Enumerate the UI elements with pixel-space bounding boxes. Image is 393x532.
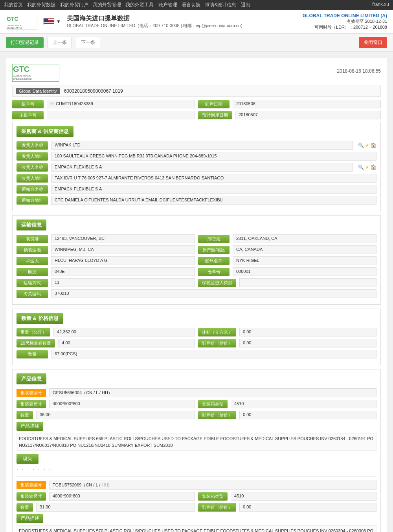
prev-button-top[interactable]: 上一条 xyxy=(48,37,72,48)
container2-price-label: 到岸价（估价） xyxy=(198,503,236,512)
voyage-field: 航次 048E xyxy=(17,267,195,276)
container20-field: 20尺标准箱数量 4.00 xyxy=(17,339,195,347)
loading-port-field: 装货港 12493, VANCOUVER, BC xyxy=(17,234,195,243)
nav-trade-data[interactable]: 我的外贸数据 xyxy=(27,2,55,7)
search-icon-shipper[interactable]: 🔍 xyxy=(358,143,364,148)
carrier-field: 承运人 HLCU, HAPAG-LLOYD A G xyxy=(17,256,195,265)
container2-no-field: 集装箱编号 TGBU5752069（CN / L / HH） xyxy=(17,481,376,490)
quantity-section-title: 数量 & 价格信息 xyxy=(17,313,63,324)
container20-value: 4.00 xyxy=(58,339,195,347)
home-icon-consignee[interactable]: 🏠 xyxy=(371,165,376,170)
pre-transport-field: 预装运地 WINNIPEG, MB, CA xyxy=(17,245,195,254)
container2-size-value: 4000*900*800 xyxy=(49,492,195,501)
card-header: GTC GLOBAL TRADE ONLINE LIMITED 2018-08-… xyxy=(12,64,381,82)
nav-account[interactable]: 账户管理 xyxy=(158,2,177,7)
container2-price-value: 0.00 xyxy=(239,503,376,512)
home-icon-shipper[interactable]: 🏠 xyxy=(371,143,376,148)
notify-addr-value: CTC DANIELA CIFUENTES NALDA URRUTIA EMAI… xyxy=(51,196,376,205)
volume-label: 体积（立方米） xyxy=(198,328,236,336)
quantity-section: 数量 & 价格信息 重量（公斤） 42,362.00 体积（立方米） 0.00 … xyxy=(12,309,381,365)
container2-qty-price-row: 数量 31.00 到岸价（估价） 0.00 xyxy=(17,503,376,514)
main-content: GTC GLOBAL TRADE ONLINE LIMITED 2018-08-… xyxy=(0,52,393,532)
consignee-name-label: 收货人名称 xyxy=(17,163,48,172)
consignee-addr-field: 收货人地址 TAX ID/R U T 76 005 927-7 ALMIRANT… xyxy=(17,174,376,183)
gdi-value: 600320180509000067 1819 xyxy=(64,88,123,94)
container2-qty-value: 31.00 xyxy=(36,503,195,512)
gdi-label: Global Data Identity xyxy=(16,88,60,94)
star-icon-shipper[interactable]: ★ xyxy=(365,143,369,148)
close-button-top[interactable]: 关闭窗口 xyxy=(359,37,387,48)
container1-desc-block: 产品描述 FOODSTUFFS & MEDICAL SUPPLIES 668 P… xyxy=(17,422,376,472)
origin-field: 原产国/地区 CA, CANADA xyxy=(198,245,376,254)
notify-name-value: EMPACK FLEXIBLE S A xyxy=(51,185,376,194)
port-row: 装货港 12493, VANCOUVER, BC 卸货港 2811, OAKLA… xyxy=(17,234,376,245)
nav-home[interactable]: 我的首页 xyxy=(4,2,23,7)
container2-price-field: 到岸价（估价） 0.00 xyxy=(198,503,376,512)
consignee-icons: 🔍 ★ 🏠 xyxy=(356,165,376,170)
arrival-date-field: 到岸日期 20180508 xyxy=(198,100,381,108)
svg-text:GLOBAL TRADE: GLOBAL TRADE xyxy=(13,75,31,77)
nav-language[interactable]: 语言切换 xyxy=(182,2,200,7)
container1-desc-label: 产品描述 xyxy=(17,422,43,431)
warehouse-field: 仓单号 000001 xyxy=(198,267,376,276)
unit-price-field: 到岸价（估价） 0.00 xyxy=(198,339,376,347)
container2-qty-field: 数量 31.00 xyxy=(17,503,195,512)
unloading-port-field: 卸货港 2811, OAKLAND, CA xyxy=(198,234,376,243)
transport-method-value: 11 xyxy=(51,278,195,287)
top-toolbar: 打印贸易记录 上一条 下一条 关闭窗口 xyxy=(0,34,393,52)
shipper-addr-label: 发货人地址 xyxy=(17,152,48,161)
nav-logout[interactable]: 退出 xyxy=(241,2,250,7)
notify-addr-label: 通知方地址 xyxy=(17,196,48,205)
print-button-top[interactable]: 打印贸易记录 xyxy=(6,37,44,48)
bonded-label: 保税区进入类型 xyxy=(198,279,236,287)
bill-no-value: HLCUMTR180428389 xyxy=(47,100,195,108)
page-header: GTC GLOBAL TRADE ONLINE LIMITED ▼ 美国海关进口… xyxy=(0,10,393,34)
vessel-label: 船只名称 xyxy=(198,257,230,265)
bill-row: 提单号 HLCUMTR180428389 到岸日期 20180508 xyxy=(12,100,381,111)
container1-qty-value: 36.00 xyxy=(36,411,195,419)
peek-button-1[interactable]: 嗅头 xyxy=(17,454,39,464)
search-icon-consignee[interactable]: 🔍 xyxy=(358,165,364,170)
logo: GTC GLOBAL TRADE ONLINE LIMITED xyxy=(6,14,37,29)
carrier-vessel-row: 承运人 HLCU, HAPAG-LLOYD A G 船只名称 NYK RIGEL xyxy=(17,256,376,267)
next-button-top[interactable]: 下一条 xyxy=(76,37,100,48)
nav-help[interactable]: 帮助&统计信息 xyxy=(205,2,236,7)
container-1: 集装箱编号 GESU5696004（CN / L / HH） 集装箱尺寸 400… xyxy=(17,388,376,472)
shipper-addr-field: 发货人地址 100 SAULTEAUX CRESC WINNIPEG MB R3… xyxy=(17,152,376,161)
master-bill-label: 主提单号 xyxy=(12,111,44,119)
consignee-addr-value: TAX ID/R U T 76 005 927-7 ALMIRANTE RIVE… xyxy=(51,174,376,183)
nav-links[interactable]: 我的首页 我的外贸数据 我的外贸门户 我的外贸管理 我的外贸工具 账户管理 语言… xyxy=(4,2,253,8)
ldr: 可用时段（LDR）：200712 ~ 201808 xyxy=(303,24,387,30)
container2-desc-text: FOODSTUFFS & MEDICAL SUPPLIES 570 PLASTI… xyxy=(17,525,376,532)
card-date: 2018-08-16 18:06:55 xyxy=(337,68,381,74)
logo-svg: GTC GLOBAL TRADE ONLINE LIMITED xyxy=(6,14,37,29)
nav-management[interactable]: 我的外贸管理 xyxy=(93,2,121,7)
weight-value: 42,362.00 xyxy=(53,328,195,336)
container2-type-value: 4510 xyxy=(231,492,376,501)
weight-label: 重量（公斤） xyxy=(17,328,50,336)
container2-qty-label: 数量 xyxy=(17,503,33,512)
nav-tools[interactable]: 我的外贸工具 xyxy=(125,2,154,7)
nav-portal[interactable]: 我的外贸门户 xyxy=(60,2,88,7)
container1-size-label: 集装箱尺寸 xyxy=(17,400,46,408)
container2-size-type-row: 集装箱尺寸 4000*900*800 集装箱类型 4510 xyxy=(17,492,376,503)
container2-desc-block: 产品描述 FOODSTUFFS & MEDICAL SUPPLIES 570 P… xyxy=(17,514,376,532)
loading-port-value: 12493, VANCOUVER, BC xyxy=(51,234,195,243)
flag-arrow: ▼ xyxy=(56,19,61,24)
arrival-date-label: 到岸日期 xyxy=(198,100,230,108)
product-section-title: 产品信息 xyxy=(17,373,46,384)
container1-qty-field: 数量 36.00 xyxy=(17,411,195,419)
voyage-label: 航次 xyxy=(17,268,48,276)
planned-date-label: 预计到岸日期 xyxy=(198,111,232,119)
arrival-date-value: 20180508 xyxy=(233,100,381,108)
quantity-field: 数量 67.00(PCS) xyxy=(17,350,376,358)
star-icon-consignee[interactable]: ★ xyxy=(365,165,369,170)
notify-addr-field: 通知方地址 CTC DANIELA CIFUENTES NALDA URRUTI… xyxy=(17,196,376,205)
container2-desc-label: 产品描述 xyxy=(17,514,43,523)
consignee-name-field: 收货人名称 EMPACK FLEXIBLE S A 🔍 ★ 🏠 xyxy=(17,163,376,172)
container1-price-field: 到岸价（估价） 0.00 xyxy=(198,411,376,419)
transport-method-label: 运输方式 xyxy=(17,279,48,287)
container1-no-label: 集装箱编号 xyxy=(17,389,46,397)
planned-date-field: 预计到岸日期 20180507 xyxy=(198,111,381,119)
container1-qty-price-row: 数量 36.00 到岸价（估价） 0.00 xyxy=(17,411,376,422)
